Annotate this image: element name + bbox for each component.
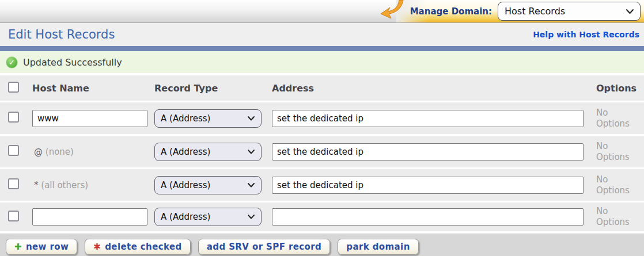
- options-cell: No Options: [584, 141, 638, 163]
- host-note: (none): [46, 147, 74, 157]
- col-header-host-name: Host Name: [32, 83, 154, 94]
- new-row-button[interactable]: ✚ new row: [6, 239, 77, 255]
- host-symbol: @: [34, 147, 43, 157]
- success-message: Updated Successfully: [23, 57, 122, 68]
- page-title: Edit Host Records: [8, 28, 115, 41]
- record-type-select[interactable]: A (Address): [154, 109, 262, 128]
- host-name-input[interactable]: [32, 208, 147, 226]
- manage-domain-select-wrap: Host Records: [498, 2, 641, 21]
- record-type-select[interactable]: A (Address): [154, 176, 262, 194]
- options-cell: No Options: [584, 206, 638, 228]
- row-checkbox[interactable]: [8, 112, 19, 123]
- top-bar: Manage Domain: Host Records: [0, 0, 644, 23]
- table-row: A (Address) No Options: [0, 202, 644, 231]
- table-row: * (all others) A (Address) No Options: [0, 169, 644, 201]
- host-symbol: *: [34, 180, 39, 190]
- manage-domain-label: Manage Domain:: [410, 6, 492, 17]
- help-link[interactable]: Help with Host Records: [533, 30, 639, 39]
- table-row: @ (none) A (Address) No Options: [0, 136, 644, 167]
- row-checkbox[interactable]: [8, 145, 19, 156]
- success-check-icon: ✓: [6, 56, 18, 68]
- action-button-bar: ✚ new row ✱ delete checked add SRV or SP…: [0, 234, 644, 256]
- host-note: (all others): [41, 180, 88, 190]
- options-cell: No Options: [584, 174, 638, 196]
- select-all-checkbox[interactable]: [8, 82, 19, 93]
- col-header-options: Options: [584, 83, 644, 94]
- host-name-input[interactable]: [32, 110, 147, 127]
- address-input[interactable]: [272, 143, 584, 161]
- table-header-row: Host Name Record Type Address Options: [0, 75, 644, 101]
- col-header-record-type: Record Type: [154, 83, 272, 94]
- success-banner: ✓ Updated Successfully: [0, 51, 644, 73]
- col-header-address: Address: [272, 83, 584, 94]
- delete-asterisk-icon: ✱: [93, 242, 101, 252]
- record-type-select[interactable]: A (Address): [154, 143, 262, 161]
- address-input[interactable]: [272, 208, 584, 226]
- add-srv-spf-button[interactable]: add SRV or SPF record: [198, 239, 331, 255]
- row-checkbox[interactable]: [8, 178, 19, 189]
- address-input[interactable]: [272, 110, 584, 127]
- delete-checked-button[interactable]: ✱ delete checked: [85, 239, 190, 255]
- gold-swoosh-arrow-icon: [380, 0, 404, 20]
- plus-icon: ✚: [14, 242, 22, 252]
- row-checkbox[interactable]: [8, 211, 19, 221]
- options-cell: No Options: [584, 108, 638, 129]
- blue-divider: [0, 46, 644, 51]
- park-domain-button[interactable]: park domain: [338, 239, 418, 255]
- address-input[interactable]: [272, 177, 584, 194]
- table-row: A (Address) No Options: [0, 102, 644, 134]
- title-bar: Edit Host Records Help with Host Records: [0, 23, 644, 46]
- manage-domain-select[interactable]: Host Records: [498, 2, 641, 21]
- record-type-select[interactable]: A (Address): [154, 208, 262, 226]
